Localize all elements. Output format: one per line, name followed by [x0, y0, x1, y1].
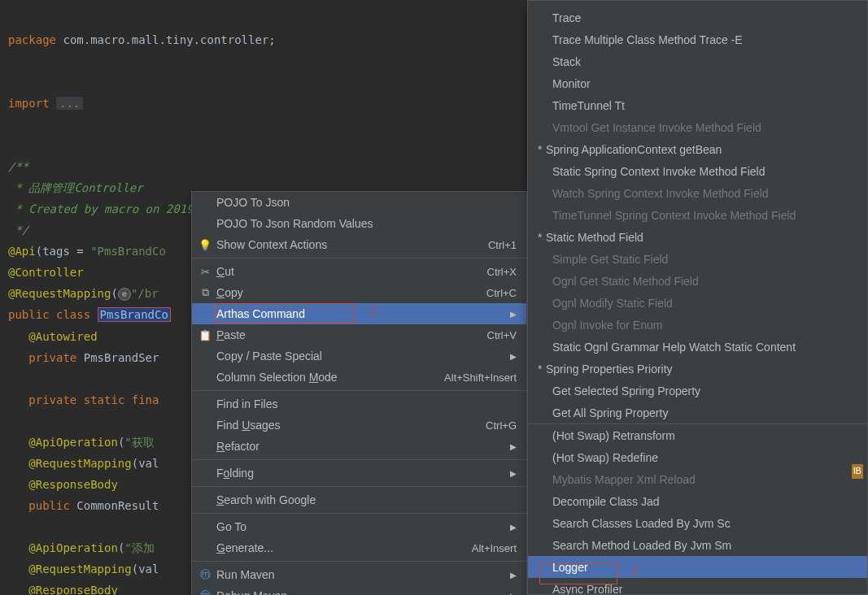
menu-separator: [192, 258, 526, 258]
menu-separator: [192, 459, 526, 460]
comment-line: /**: [8, 160, 28, 173]
anno-controller: @Controller: [8, 266, 84, 279]
sub-watch: Watch: [528, 0, 867, 7]
menu-arthas-command[interactable]: Arthas Command ▶: [192, 303, 526, 324]
shortcut: Alt+Insert: [472, 542, 517, 554]
sub-async-profiler[interactable]: Async Profiler: [528, 578, 867, 595]
keyword-import: import: [8, 97, 50, 110]
sub-trace[interactable]: Trace: [528, 7, 867, 28]
anno-autowired: @Autowired: [28, 330, 97, 343]
menu-cut[interactable]: ✂ Cut Ctrl+X: [192, 261, 526, 282]
sub-header-spring-ctx[interactable]: Spring ApplicationContext getBean: [528, 138, 867, 160]
keyword-package: package: [8, 33, 56, 46]
shortcut: Ctrl+X: [487, 266, 517, 278]
sub-vmtool: Vmtool Get Instance Invoke Method Field: [528, 116, 867, 138]
menu-separator: [192, 513, 526, 514]
arthas-submenu: Watch Trace Trace Multiple Class Method …: [527, 0, 868, 595]
comment-line: */: [8, 224, 28, 237]
selected-class-name[interactable]: PmsBrandCo: [98, 307, 171, 322]
paste-icon: 📋: [198, 329, 212, 341]
import-fold[interactable]: ...: [56, 97, 83, 110]
shortcut: Ctrl+C: [486, 287, 517, 299]
annotation-2: 2: [366, 305, 377, 318]
cut-icon: ✂: [198, 266, 212, 278]
sub-static-spring-ctx[interactable]: Static Spring Context Invoke Method Fiel…: [528, 160, 867, 182]
anno-api: @Api: [8, 245, 36, 258]
chevron-right-icon: ▶: [510, 352, 517, 361]
sub-static-ognl-help[interactable]: Static Ognl Grammar Help Watch Static Co…: [528, 336, 867, 358]
sub-search-classes-sc[interactable]: Search Classes Loaded By Jvm Sc: [528, 512, 867, 534]
context-menu: POJO To Json POJO To Json Random Values …: [191, 191, 527, 595]
menu-separator: [192, 486, 526, 487]
anno-requestmapping: @RequestMapping: [8, 287, 111, 300]
menu-refactor[interactable]: Refactor ▶: [192, 436, 526, 457]
comment-line: * 品牌管理Controller: [8, 181, 143, 194]
menu-paste[interactable]: 📋 Paste Ctrl+V: [192, 324, 526, 345]
menu-folding[interactable]: Folding ▶: [192, 463, 526, 484]
sub-mybatis-reload: Mybatis Mapper Xml Reload: [528, 468, 867, 490]
maven-debug-icon: ⓜ: [198, 588, 212, 595]
menu-column-selection[interactable]: Column Selection Mode Alt+Shift+Insert: [192, 367, 526, 388]
copy-icon: ⧉: [198, 286, 212, 299]
sub-watch-spring-ctx: Watch Spring Context Invoke Method Field: [528, 182, 867, 204]
package-name: com.macro.mall.tiny.controller;: [63, 33, 275, 46]
sub-tt-spring-ctx: TimeTunnel Spring Context Invoke Method …: [528, 204, 867, 226]
sub-hotswap-redefine[interactable]: (Hot Swap) Redefine: [528, 446, 867, 468]
chevron-right-icon: ▶: [510, 571, 517, 580]
sub-get-selected-prop[interactable]: Get Selected Spring Property: [528, 380, 867, 402]
maven-icon: ⓜ: [198, 567, 212, 582]
menu-run-maven[interactable]: ⓜ Run Maven ▶: [192, 564, 526, 585]
menu-show-context-actions[interactable]: 💡 Show Context Actions Ctrl+1: [192, 234, 526, 255]
sub-header-static-method[interactable]: Static Method Field: [528, 226, 867, 248]
chevron-right-icon: ▶: [510, 592, 517, 596]
menu-find-usages[interactable]: Find Usages Ctrl+G: [192, 415, 526, 436]
sub-timetunnel[interactable]: TimeTunnel Tt: [528, 94, 867, 116]
annotation-3: 3: [627, 566, 638, 579]
menu-debug-maven[interactable]: ⓜ Debug Maven ▶: [192, 585, 526, 595]
menu-pojo-to-json-random[interactable]: POJO To Json Random Values: [192, 213, 526, 234]
sub-simple-static: Simple Get Static Field: [528, 248, 867, 270]
globe-icon[interactable]: ⊕: [118, 288, 131, 301]
menu-copy[interactable]: ⧉ Copy Ctrl+C: [192, 282, 526, 303]
chevron-right-icon: ▶: [510, 442, 517, 451]
menu-generate[interactable]: Generate... Alt+Insert: [192, 537, 526, 558]
sub-hotswap-retransform[interactable]: (Hot Swap) Retransform: [528, 424, 867, 446]
chevron-right-icon: ▶: [510, 310, 517, 319]
sub-trace-multiple[interactable]: Trace Multiple Class Method Trace -E: [528, 28, 867, 50]
sub-logger[interactable]: Logger: [528, 556, 867, 578]
sub-ognl-enum: Ognl Invoke for Enum: [528, 314, 867, 336]
menu-find-in-files[interactable]: Find in Files: [192, 393, 526, 415]
sub-ognl-get-static: Ognl Get Static Method Field: [528, 270, 867, 292]
shortcut: Alt+Shift+Insert: [444, 371, 517, 384]
sub-header-spring-props[interactable]: Spring Properties Priority: [528, 358, 867, 380]
shortcut: Ctrl+1: [488, 239, 517, 251]
sub-search-method-sm[interactable]: Search Method Loaded By Jvm Sm: [528, 534, 867, 556]
shortcut: Ctrl+G: [486, 419, 517, 432]
sub-stack[interactable]: Stack: [528, 50, 867, 72]
menu-pojo-to-json[interactable]: POJO To Json: [192, 192, 526, 213]
sub-get-all-prop[interactable]: Get All Spring Property: [528, 402, 867, 423]
chevron-right-icon: ▶: [510, 469, 517, 478]
sub-monitor[interactable]: Monitor: [528, 72, 867, 94]
menu-search-google[interactable]: Search with Google: [192, 489, 526, 510]
sub-decompile-jad[interactable]: Decompile Class Jad: [528, 490, 867, 512]
sub-ognl-modify-static: Ognl Modify Static Field: [528, 292, 867, 314]
shortcut: Ctrl+V: [487, 329, 517, 341]
menu-separator: [192, 561, 526, 562]
menu-copy-paste-special[interactable]: Copy / Paste Special ▶: [192, 345, 526, 367]
editor-hint-tag: lB: [852, 464, 863, 479]
menu-goto[interactable]: Go To ▶: [192, 516, 526, 537]
bulb-icon: 💡: [198, 239, 212, 251]
chevron-right-icon: ▶: [510, 523, 517, 532]
menu-separator: [192, 390, 526, 391]
